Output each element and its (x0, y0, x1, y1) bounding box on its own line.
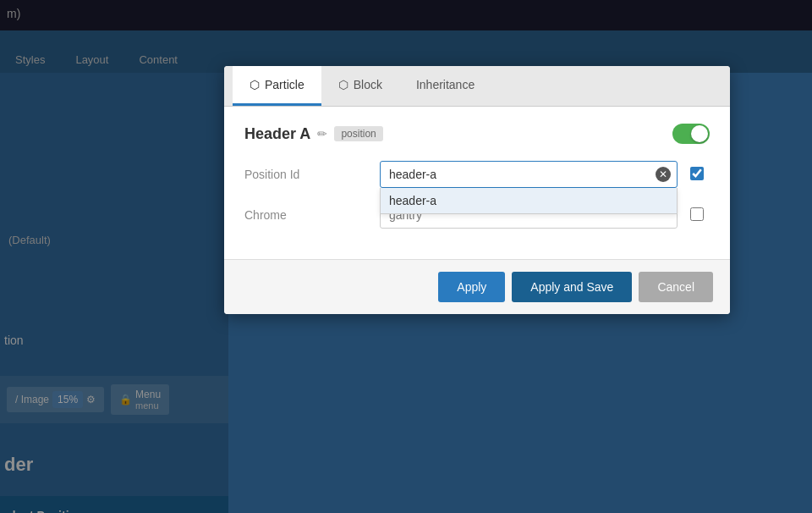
autocomplete-dropdown: header-a (380, 188, 678, 214)
particle-icon: ⬡ (250, 78, 260, 91)
position-id-label: Position Id (244, 161, 380, 181)
apply-button[interactable]: Apply (438, 272, 505, 302)
tab-particle-label: Particle (265, 78, 304, 91)
position-id-input-group: ✕ header-a (380, 161, 678, 188)
tab-inheritance[interactable]: Inheritance (399, 66, 491, 106)
block-icon: ⬡ (338, 78, 348, 91)
header-title-group: Header A ✏ position (244, 125, 383, 143)
position-id-checkbox-col (684, 161, 710, 180)
apply-and-save-button[interactable]: Apply and Save (512, 272, 632, 302)
toggle-slider (672, 124, 710, 144)
tab-block-label: Block (354, 78, 382, 91)
chrome-checkbox-col (684, 201, 710, 221)
chrome-label: Chrome (244, 201, 380, 222)
autocomplete-item[interactable]: header-a (381, 188, 677, 213)
tab-inheritance-label: Inheritance (416, 78, 475, 91)
tab-particle[interactable]: ⬡ Particle (233, 66, 321, 106)
edit-icon[interactable]: ✏ (317, 127, 327, 141)
enable-toggle[interactable] (672, 124, 710, 144)
position-id-checkbox[interactable] (690, 167, 704, 180)
modal-body: Header A ✏ position Position Id ✕ header… (224, 107, 730, 260)
cancel-button[interactable]: Cancel (639, 272, 713, 302)
tab-block[interactable]: ⬡ Block (321, 66, 399, 106)
header-row: Header A ✏ position (244, 124, 710, 144)
modal-header-title: Header A (244, 125, 310, 143)
position-id-input[interactable] (380, 161, 678, 188)
modal-tab-bar: ⬡ Particle ⬡ Block Inheritance (224, 66, 730, 107)
modal-footer: Apply Apply and Save Cancel (224, 260, 730, 314)
position-badge: position (334, 126, 382, 141)
position-id-row: Position Id ✕ header-a (244, 161, 710, 188)
modal-dialog: ⬡ Particle ⬡ Block Inheritance Header A … (224, 66, 730, 314)
chrome-checkbox[interactable] (690, 207, 704, 221)
clear-icon[interactable]: ✕ (656, 167, 671, 182)
